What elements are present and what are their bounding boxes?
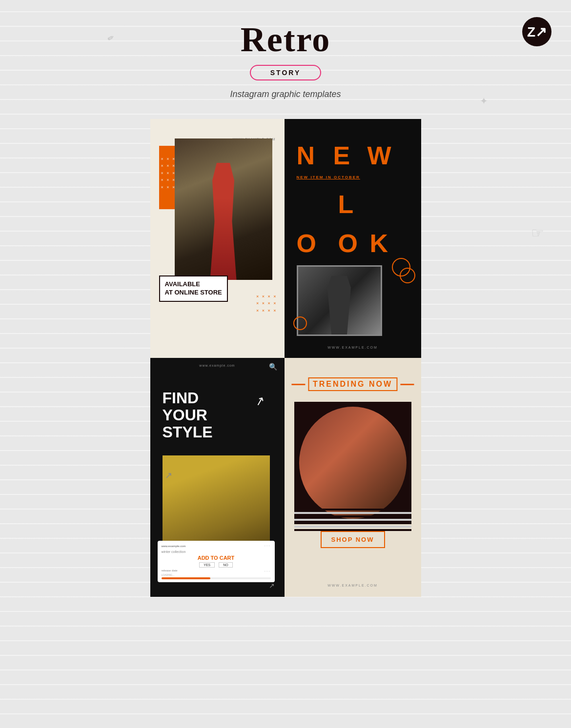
card2-letter-k: K — [370, 229, 388, 258]
card3-browser-label: winter collection — [162, 550, 271, 553]
page-header: Retro STORY Instagram graphic templates — [0, 0, 571, 109]
card2-photo — [297, 265, 382, 336]
card4-stripe6 — [294, 526, 411, 528]
deco-star: ✦ — [480, 95, 488, 107]
card3-browser-widget: www.example.com ··· winter collection AD… — [158, 541, 275, 582]
card3-loading-bar — [162, 577, 211, 579]
card2-letter-n: N — [297, 141, 315, 170]
card2-letter-o1: O — [297, 229, 316, 258]
card4-stripes — [294, 509, 411, 531]
card3-browser-dots: ··· — [265, 544, 271, 548]
card4-shop-button[interactable]: SHOP NOW — [321, 531, 385, 548]
cards-grid: × × × ×× × × ×× × × ×× × × ×× × × WWW.EX… — [149, 119, 422, 597]
card3-cursor-arrow: ↗ — [253, 394, 266, 409]
card-available: × × × ×× × × ×× × × ×× × × ×× × × WWW.EX… — [150, 119, 285, 358]
story-badge: STORY — [250, 65, 321, 80]
card3-yes-no: YES NO — [162, 562, 271, 568]
card3-url: www.example.com — [199, 364, 235, 367]
card3-cursor-arrow2: ↗ — [165, 470, 172, 481]
card3-browser-url: www.example.com — [162, 545, 186, 548]
watermark-icon: Z↗ — [522, 17, 551, 46]
card2-letter-w: W — [367, 141, 391, 170]
card2-letter-l: L — [338, 190, 354, 219]
card1-x-pattern-br: × × × ×× × × ×× × × × — [256, 293, 277, 314]
deco-hand: ☞ — [531, 224, 544, 241]
card2-tagline: NEW ITEM IN OCTOBER — [297, 175, 360, 179]
card4-stripe3 — [294, 515, 411, 517]
card4-stripe1 — [294, 509, 411, 511]
card4-stripe5 — [294, 522, 411, 524]
card3-cursor-arrow3: ↗ — [269, 582, 275, 590]
card3-release-bar: release date ··· — [162, 569, 271, 573]
card4-trending-text: TRENDING NOW — [308, 377, 397, 391]
card1-label: AVAILABLE AT ONLINE STORE — [159, 275, 228, 302]
card3-yes-btn[interactable]: YES — [199, 562, 215, 568]
card-find-style: www.example.com 🔍 FIND YOUR STYLE ↗ ↗ ww… — [150, 358, 285, 597]
card3-loading-bar-wrap — [162, 577, 271, 579]
card3-no-btn[interactable]: NO — [219, 562, 233, 568]
card4-stripe2 — [294, 512, 411, 514]
card3-release-label: release date — [162, 569, 178, 573]
watermark-symbol: Z↗ — [527, 24, 547, 40]
card3-loading-text: LOADING... — [162, 573, 271, 576]
card4-trend-line-left — [291, 384, 305, 385]
card2-url: WWW.EXAMPLE.COM — [327, 346, 378, 349]
card-trending: TRENDING NOW SHOP NOW WWW.EXAMPLE.COM — [285, 358, 421, 597]
card4-photo-circle — [299, 407, 407, 519]
card3-dots2: ··· — [265, 569, 271, 573]
card4-stripe4 — [294, 519, 411, 521]
card3-add-to-cart: ADD TO CART — [162, 555, 271, 561]
card4-photo-container — [294, 402, 411, 524]
card2-letter-o2: O — [338, 229, 358, 258]
card4-trending-header: TRENDING NOW — [291, 377, 414, 391]
card3-title: FIND YOUR STYLE — [163, 390, 213, 441]
card4-url: WWW.EXAMPLE.COM — [327, 584, 378, 587]
card-new-look: N E W NEW ITEM IN OCTOBER L O O K WWW.EX… — [285, 119, 421, 358]
card1-available-text: AVAILABLE AT ONLINE STORE — [165, 280, 222, 297]
page-title: Retro — [0, 20, 571, 60]
card4-trend-line-right — [400, 384, 414, 385]
card3-browser-bar: www.example.com ··· — [162, 544, 271, 548]
card2-circle3 — [293, 316, 307, 330]
card2-circle2 — [400, 268, 415, 283]
card1-photo — [175, 138, 272, 280]
card2-letter-e: E — [333, 141, 350, 170]
search-icon: 🔍 — [269, 363, 277, 371]
